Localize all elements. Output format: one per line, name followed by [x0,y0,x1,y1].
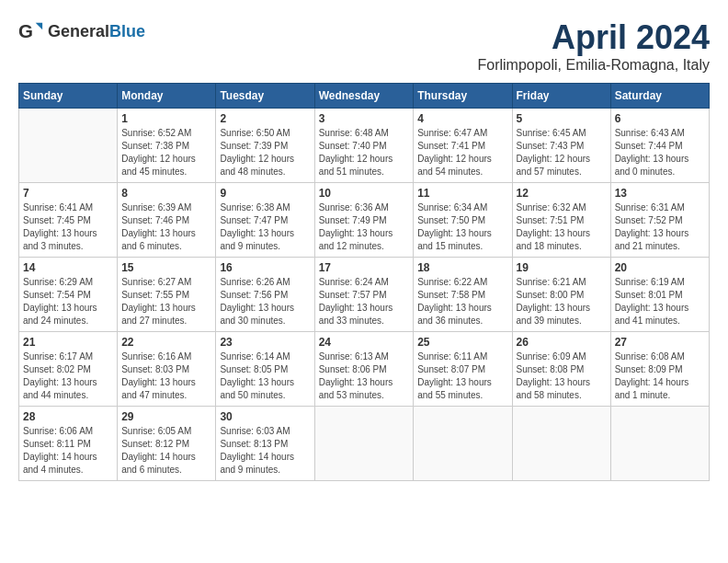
calendar-cell: 9Sunrise: 6:38 AM Sunset: 7:47 PM Daylig… [216,183,314,258]
day-detail: Sunrise: 6:22 AM Sunset: 7:58 PM Dayligh… [417,276,507,327]
day-detail: Sunrise: 6:19 AM Sunset: 8:01 PM Dayligh… [615,276,705,327]
day-number: 4 [417,112,507,125]
calendar-cell: 28Sunrise: 6:06 AM Sunset: 8:11 PM Dayli… [19,407,118,481]
calendar-cell: 30Sunrise: 6:03 AM Sunset: 8:13 PM Dayli… [216,407,314,481]
calendar-cell [512,407,610,481]
calendar-cell: 2Sunrise: 6:50 AM Sunset: 7:39 PM Daylig… [216,109,314,183]
day-number: 15 [121,261,211,274]
calendar-cell: 22Sunrise: 6:16 AM Sunset: 8:03 PM Dayli… [118,332,216,407]
day-number: 6 [615,112,705,125]
svg-text:G: G [18,20,33,41]
calendar-cell: 6Sunrise: 6:43 AM Sunset: 7:44 PM Daylig… [610,109,709,183]
calendar-cell: 15Sunrise: 6:27 AM Sunset: 7:55 PM Dayli… [118,258,216,332]
day-header-monday: Monday [118,84,216,109]
day-number: 5 [517,112,607,125]
calendar-cell: 21Sunrise: 6:17 AM Sunset: 8:02 PM Dayli… [19,332,118,407]
day-number: 23 [220,336,310,349]
calendar-cell [314,407,414,481]
calendar-subtitle: Forlimpopoli, Emilia-Romagna, Italy [477,57,710,74]
day-number: 21 [23,336,113,349]
title-section: April 2024 Forlimpopoli, Emilia-Romagna,… [477,18,710,74]
day-number: 27 [615,336,705,349]
day-number: 17 [319,261,410,274]
calendar-cell: 1Sunrise: 6:52 AM Sunset: 7:38 PM Daylig… [118,109,216,183]
day-number: 3 [319,112,410,125]
day-detail: Sunrise: 6:38 AM Sunset: 7:47 PM Dayligh… [220,201,310,253]
calendar-cell: 7Sunrise: 6:41 AM Sunset: 7:45 PM Daylig… [19,183,118,258]
calendar-title: April 2024 [477,18,710,57]
calendar-week-row: 14Sunrise: 6:29 AM Sunset: 7:54 PM Dayli… [19,258,710,332]
day-detail: Sunrise: 6:43 AM Sunset: 7:44 PM Dayligh… [615,127,705,178]
day-number: 8 [121,187,211,200]
calendar-cell: 19Sunrise: 6:21 AM Sunset: 8:00 PM Dayli… [512,258,610,332]
day-number: 26 [517,336,607,349]
calendar-cell: 23Sunrise: 6:14 AM Sunset: 8:05 PM Dayli… [216,332,314,407]
calendar-week-row: 21Sunrise: 6:17 AM Sunset: 8:02 PM Dayli… [19,332,710,407]
calendar-cell: 12Sunrise: 6:32 AM Sunset: 7:51 PM Dayli… [512,183,610,258]
day-detail: Sunrise: 6:05 AM Sunset: 8:12 PM Dayligh… [121,425,211,477]
calendar-cell: 10Sunrise: 6:36 AM Sunset: 7:49 PM Dayli… [314,183,414,258]
calendar-cell [610,407,709,481]
day-detail: Sunrise: 6:34 AM Sunset: 7:50 PM Dayligh… [417,201,507,253]
day-detail: Sunrise: 6:17 AM Sunset: 8:02 PM Dayligh… [23,350,113,402]
day-detail: Sunrise: 6:39 AM Sunset: 7:46 PM Dayligh… [121,201,211,253]
day-number: 25 [417,336,507,349]
day-detail: Sunrise: 6:08 AM Sunset: 8:09 PM Dayligh… [615,350,705,402]
calendar-cell: 3Sunrise: 6:48 AM Sunset: 7:40 PM Daylig… [314,109,414,183]
calendar-cell [19,109,118,183]
day-detail: Sunrise: 6:06 AM Sunset: 8:11 PM Dayligh… [23,425,113,477]
day-number: 11 [417,187,507,200]
day-detail: Sunrise: 6:16 AM Sunset: 8:03 PM Dayligh… [121,350,211,402]
day-detail: Sunrise: 6:32 AM Sunset: 7:51 PM Dayligh… [517,201,607,253]
day-detail: Sunrise: 6:31 AM Sunset: 7:52 PM Dayligh… [615,201,705,253]
calendar-week-row: 7Sunrise: 6:41 AM Sunset: 7:45 PM Daylig… [19,183,710,258]
calendar-cell: 14Sunrise: 6:29 AM Sunset: 7:54 PM Dayli… [19,258,118,332]
calendar-cell: 20Sunrise: 6:19 AM Sunset: 8:01 PM Dayli… [610,258,709,332]
day-number: 30 [220,410,310,423]
day-detail: Sunrise: 6:26 AM Sunset: 7:56 PM Dayligh… [220,276,310,327]
day-number: 29 [121,410,211,423]
day-detail: Sunrise: 6:21 AM Sunset: 8:00 PM Dayligh… [517,276,607,327]
day-detail: Sunrise: 6:50 AM Sunset: 7:39 PM Dayligh… [220,127,310,178]
day-number: 18 [417,261,507,274]
day-number: 1 [121,112,211,125]
day-header-wednesday: Wednesday [314,84,414,109]
day-detail: Sunrise: 6:47 AM Sunset: 7:41 PM Dayligh… [417,127,507,178]
day-header-sunday: Sunday [19,84,118,109]
calendar-cell: 5Sunrise: 6:45 AM Sunset: 7:43 PM Daylig… [512,109,610,183]
calendar-cell: 11Sunrise: 6:34 AM Sunset: 7:50 PM Dayli… [414,183,512,258]
calendar-cell [414,407,512,481]
calendar-cell: 8Sunrise: 6:39 AM Sunset: 7:46 PM Daylig… [118,183,216,258]
calendar-cell: 18Sunrise: 6:22 AM Sunset: 7:58 PM Dayli… [414,258,512,332]
day-detail: Sunrise: 6:13 AM Sunset: 8:06 PM Dayligh… [319,350,410,402]
calendar-cell: 4Sunrise: 6:47 AM Sunset: 7:41 PM Daylig… [414,109,512,183]
calendar-cell: 29Sunrise: 6:05 AM Sunset: 8:12 PM Dayli… [118,407,216,481]
day-header-thursday: Thursday [414,84,512,109]
day-number: 28 [23,410,113,423]
day-number: 19 [517,261,607,274]
logo-general: General [48,22,109,40]
day-detail: Sunrise: 6:41 AM Sunset: 7:45 PM Dayligh… [23,201,113,253]
calendar-cell: 26Sunrise: 6:09 AM Sunset: 8:08 PM Dayli… [512,332,610,407]
calendar-cell: 17Sunrise: 6:24 AM Sunset: 7:57 PM Dayli… [314,258,414,332]
day-number: 24 [319,336,410,349]
day-header-saturday: Saturday [610,84,709,109]
day-detail: Sunrise: 6:27 AM Sunset: 7:55 PM Dayligh… [121,276,211,327]
logo-blue: Blue [109,22,145,40]
calendar-week-row: 28Sunrise: 6:06 AM Sunset: 8:11 PM Dayli… [19,407,710,481]
day-number: 7 [23,187,113,200]
day-number: 22 [121,336,211,349]
day-number: 10 [319,187,410,200]
day-number: 20 [615,261,705,274]
day-detail: Sunrise: 6:11 AM Sunset: 8:07 PM Dayligh… [417,350,507,402]
logo-icon: G [18,18,44,44]
calendar-cell: 27Sunrise: 6:08 AM Sunset: 8:09 PM Dayli… [610,332,709,407]
day-detail: Sunrise: 6:52 AM Sunset: 7:38 PM Dayligh… [121,127,211,178]
logo: G GeneralBlue [18,18,145,44]
day-detail: Sunrise: 6:29 AM Sunset: 7:54 PM Dayligh… [23,276,113,327]
day-number: 9 [220,187,310,200]
day-detail: Sunrise: 6:24 AM Sunset: 7:57 PM Dayligh… [319,276,410,327]
day-detail: Sunrise: 6:14 AM Sunset: 8:05 PM Dayligh… [220,350,310,402]
calendar-week-row: 1Sunrise: 6:52 AM Sunset: 7:38 PM Daylig… [19,109,710,183]
calendar-cell: 24Sunrise: 6:13 AM Sunset: 8:06 PM Dayli… [314,332,414,407]
